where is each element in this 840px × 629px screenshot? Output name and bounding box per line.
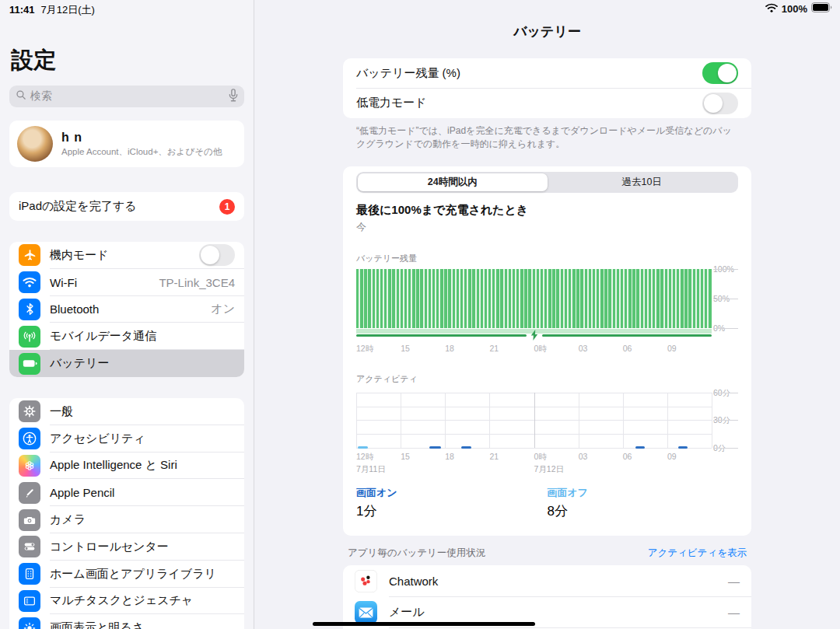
account-row[interactable]: h n Apple Account、iCloud+、およびその他 (9, 121, 244, 167)
sidebar-item-label: Apple Pencil (50, 486, 114, 499)
battery-toggles-card: バッテリー残量 (%) 低電力モード (343, 58, 751, 118)
mic-icon[interactable] (229, 89, 238, 105)
sidebar-item-label: 機内モード (50, 248, 109, 263)
activity-dash (678, 446, 688, 449)
wifi-status-icon (765, 3, 778, 15)
mail-app-icon (355, 601, 377, 624)
sidebar-item-cellular[interactable]: モバイルデータ通信 (9, 323, 244, 350)
battery-detail-panel: バッテリー バッテリー残量 (%) 低電力モード “低電力モード”では、iPad… (254, 0, 840, 629)
sidebar-group-connectivity: 機内モード Wi-Fi TP-Link_3CE4 Bluetooth オン モバ… (9, 242, 244, 377)
sidebar-item-display-brightness[interactable]: 画面表示と明るさ (9, 614, 244, 629)
battery-percent-text: 100% (782, 3, 807, 15)
activity-chart-label: アクティビティ (356, 373, 738, 385)
sidebar-item-label: Wi-Fi (50, 276, 77, 289)
status-time-date: 11:417月12日(土) (9, 3, 95, 17)
avatar (17, 126, 53, 162)
bluetooth-state-value: オン (211, 302, 235, 316)
airplane-mode-toggle[interactable] (199, 244, 235, 266)
activity-date-labels: 7月11日 7月12日 (356, 464, 712, 475)
show-activity-link[interactable]: アクティビティを表示 (648, 547, 747, 560)
battery-percent-label: バッテリー残量 (%) (356, 66, 460, 81)
last-charge-value: 今 (356, 220, 738, 234)
app-usage-value: — (728, 575, 740, 588)
activity-chart[interactable]: 60分 30分 0分 12時 15 18 21 0時 03 06 09 (356, 393, 738, 475)
chatwork-app-icon (355, 570, 377, 592)
sidebar-item-multitasking[interactable]: マルチタスクとジェスチャ (9, 588, 244, 615)
battery-x-axis: 12時 15 18 21 0時 03 06 09 (356, 344, 712, 355)
sidebar-item-label: モバイルデータ通信 (50, 329, 156, 344)
sidebar-item-control-center[interactable]: コントロールセンター (9, 533, 244, 561)
sidebar-item-accessibility[interactable]: アクセシビリティ (9, 425, 244, 453)
home-indicator[interactable] (313, 622, 535, 626)
sidebar-item-label: 一般 (50, 404, 73, 419)
battery-percent-row: バッテリー残量 (%) (343, 58, 751, 89)
low-power-note: “低電力モード”では、iPadを完全に充電できるまでダウンロードやメール受信など… (343, 118, 751, 152)
brightness-sun-icon (19, 617, 40, 629)
sidebar-item-wifi[interactable]: Wi-Fi TP-Link_3CE4 (9, 269, 244, 296)
time-range-segmented-control: 24時間以内 過去10日 (356, 172, 738, 193)
low-power-label: 低電力モード (356, 96, 427, 110)
status-date: 7月12日(土) (41, 4, 95, 16)
apple-intelligence-icon (19, 455, 40, 477)
activity-dash (429, 446, 441, 449)
notification-badge: 1 (219, 199, 235, 215)
multitasking-icon (19, 590, 40, 612)
settings-sidebar: 設定 検索 h n Apple Account、iCloud+、およびその他 i… (0, 0, 254, 629)
apps-battery-list: Chatwork — メール — ホーム — 写真 — (343, 565, 751, 629)
gear-icon (19, 400, 40, 422)
status-bar: 11:417月12日(土) 100% (0, 0, 840, 17)
battery-usage-card: 24時間以内 過去10日 最後に100%まで充電されたとき 今 バッテリー残量 (343, 166, 751, 536)
sidebar-item-battery[interactable]: バッテリー (9, 350, 244, 377)
activity-dash (461, 446, 471, 449)
sidebar-item-label: マルチタスクとジェスチャ (50, 593, 193, 608)
app-row-chatwork[interactable]: Chatwork — (343, 565, 751, 597)
last-charge-title: 最後に100%まで充電されたとき (356, 203, 738, 218)
finish-setup-row[interactable]: iPadの設定を完了する 1 (9, 192, 244, 221)
tab-last-10-days[interactable]: 過去10日 (548, 173, 737, 191)
sidebar-item-label: バッテリー (50, 356, 109, 371)
screen-on-value: 1分 (356, 502, 548, 520)
battery-status-icon (811, 2, 832, 15)
sidebar-item-label: ホーム画面とアプリライブラリ (50, 567, 216, 582)
account-subtitle: Apple Account、iCloud+、およびその他 (61, 146, 222, 158)
activity-dash (358, 446, 368, 449)
app-name: Chatwork (389, 575, 438, 588)
search-input[interactable]: 検索 (9, 86, 244, 107)
apps-section-label: アプリ毎のバッテリー使用状況 (348, 547, 485, 560)
sidebar-title: 設定 (11, 45, 254, 76)
screen-on-label: 画面オン (356, 486, 548, 500)
accessibility-icon (19, 428, 40, 449)
sidebar-item-apple-intelligence-siri[interactable]: Apple Intelligence と Siri (9, 453, 244, 480)
airplane-icon (19, 244, 40, 266)
sidebar-item-apple-pencil[interactable]: Apple Pencil (9, 479, 244, 506)
sidebar-item-label: Bluetooth (50, 302, 99, 316)
pencil-icon (19, 482, 40, 504)
battery-percent-toggle[interactable] (702, 62, 738, 84)
battery-level-chart[interactable]: 100% 50% 0% 12時 15 18 21 0時 03 06 09 (356, 269, 738, 355)
low-power-toggle[interactable] (702, 93, 738, 114)
sidebar-item-label: アクセシビリティ (50, 432, 145, 446)
battery-icon (19, 353, 40, 375)
sidebar-item-label: 画面表示と明るさ (50, 620, 144, 629)
home-screen-icon (19, 563, 40, 585)
search-icon (16, 89, 26, 103)
app-usage-value: — (728, 606, 740, 619)
wifi-network-value: TP-Link_3CE4 (159, 276, 235, 289)
sidebar-group-general: 一般 アクセシビリティ Apple Intelligence と Siri Ap… (9, 398, 244, 629)
sidebar-item-label: コントロールセンター (50, 540, 169, 554)
battery-chart-label: バッテリー残量 (356, 253, 738, 264)
charging-bolt-icon (530, 330, 538, 344)
activity-plot (356, 393, 712, 448)
sidebar-item-bluetooth[interactable]: Bluetooth オン (9, 296, 244, 323)
charging-line (356, 334, 712, 337)
sidebar-item-label: Apple Intelligence と Siri (50, 458, 177, 473)
sidebar-item-camera[interactable]: カメラ (9, 506, 244, 533)
sidebar-item-airplane-mode[interactable]: 機内モード (9, 242, 244, 269)
tab-last-24h[interactable]: 24時間以内 (358, 173, 548, 191)
sidebar-item-general[interactable]: 一般 (9, 398, 244, 425)
app-name: メール (389, 605, 425, 620)
finish-setup-label: iPadの設定を完了する (19, 199, 136, 214)
screen-time-legend: 画面オン 1分 画面オフ 8分 (356, 486, 738, 520)
sidebar-item-home-screen[interactable]: ホーム画面とアプリライブラリ (9, 561, 244, 588)
sidebar-item-label: カメラ (50, 512, 86, 527)
